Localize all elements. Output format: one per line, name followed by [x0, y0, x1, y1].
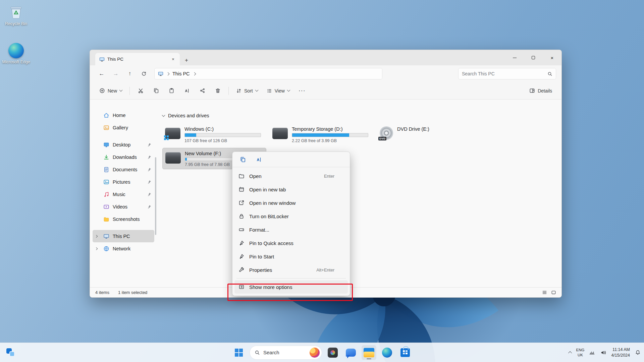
menu-item-open[interactable]: Open Enter [234, 169, 348, 183]
sidebar-item-downloads[interactable]: Downloads [93, 151, 154, 163]
sort-button[interactable]: Sort [233, 84, 261, 97]
widgets-button[interactable] [3, 345, 18, 360]
refresh-button[interactable] [138, 68, 150, 79]
breadcrumb-this-pc[interactable]: This PC [172, 71, 190, 76]
maximize-button[interactable] [524, 50, 543, 65]
list-view-toggle-icon[interactable] [542, 290, 547, 295]
tab-close-icon[interactable]: × [170, 56, 176, 63]
forward-button[interactable]: → [109, 68, 122, 79]
drive-name: Temporary Storage (D:) [292, 126, 368, 132]
menu-item-open-in-new-window[interactable]: Open in new window [234, 196, 348, 209]
notification-center-button[interactable] [634, 349, 641, 356]
desktop-icon-microsoft-edge[interactable]: Microsoft Edge [1, 43, 32, 64]
navigation-bar: ← → ↑ This PC [90, 65, 561, 82]
drive-info: 107 GB free of 126 GB [184, 138, 261, 143]
chevron-expand-icon[interactable] [95, 235, 98, 237]
new-tab-button[interactable]: + [181, 55, 192, 65]
up-button[interactable]: ↑ [123, 68, 136, 79]
sidebar-item-label: This PC [113, 234, 152, 239]
drive-tile-dvd-e[interactable]: DVD DVD Drive (E:) [377, 124, 481, 145]
section-devices-and-drives[interactable]: Devices and drives [162, 113, 556, 118]
menu-item-label: Open in new window [249, 200, 344, 206]
menu-item-format[interactable]: Format... [234, 223, 348, 236]
sidebar-item-desktop[interactable]: Desktop [93, 138, 154, 151]
sidebar-item-videos[interactable]: Videos [93, 200, 154, 213]
close-button[interactable]: × [543, 50, 561, 65]
sidebar-scrollbar[interactable] [155, 157, 156, 235]
rename-icon [184, 88, 190, 94]
paste-button[interactable] [165, 84, 178, 97]
copy-button[interactable] [149, 84, 163, 97]
tab-this-pc[interactable]: This PC × [95, 53, 180, 65]
new-button[interactable]: New [96, 84, 125, 97]
drive-tile-windows-c[interactable]: Windows (C:) 107 GB free of 126 GB [162, 124, 266, 145]
large-icons-toggle-icon[interactable] [551, 290, 556, 295]
taskbar-app-photos[interactable] [325, 345, 340, 360]
monitor-icon [158, 71, 163, 76]
sidebar-item-pictures[interactable]: Pictures [93, 176, 154, 188]
menu-item-turn-on-bitlocker[interactable]: Turn on BitLocker [234, 209, 348, 223]
taskbar-app-edge[interactable] [380, 345, 394, 360]
sidebar-item-this-pc[interactable]: This PC [93, 230, 154, 242]
share-icon [200, 88, 205, 94]
menu-item-show-more-options[interactable]: Show more options [234, 280, 348, 294]
delete-button[interactable] [211, 84, 224, 97]
minimize-button[interactable] [505, 50, 524, 65]
search-box[interactable] [458, 68, 556, 79]
selection-count: 1 item selected [118, 290, 147, 295]
desktop-icon-recycle-bin[interactable]: Recycle Bin [1, 4, 32, 26]
details-button[interactable]: Details [526, 84, 555, 97]
rename-icon [256, 157, 262, 163]
view-button[interactable]: View [263, 84, 293, 97]
sidebar-item-gallery[interactable]: Gallery [93, 121, 154, 134]
sidebar-item-label: Pictures [113, 179, 144, 185]
hard-drive-icon [165, 128, 180, 139]
more-options-button[interactable]: ··· [295, 87, 309, 94]
chevron-down-icon [287, 88, 290, 92]
toolbar-separator [228, 87, 229, 95]
videos-icon [103, 204, 109, 210]
copy-icon [153, 88, 159, 94]
search-highlights-icon[interactable] [310, 348, 320, 358]
search-input[interactable] [462, 71, 547, 76]
rename-button[interactable] [253, 154, 265, 165]
cut-button[interactable] [134, 84, 147, 97]
taskbar-search-label: Search [263, 350, 279, 355]
chevron-expand-icon[interactable] [95, 247, 98, 250]
network-tray-button[interactable] [588, 349, 596, 356]
rename-button[interactable] [180, 84, 194, 97]
clock[interactable]: 11:14 AM 4/15/2024 [611, 347, 630, 358]
drive-tile-temporary-storage-d[interactable]: Temporary Storage (D:) 2.22 GB free of 3… [270, 124, 374, 145]
sidebar-item-documents[interactable]: Documents [93, 163, 154, 176]
menu-item-pin-to-quick-access[interactable]: Pin to Quick access [234, 236, 348, 250]
sidebar-item-home[interactable]: Home [93, 109, 154, 121]
menu-item-pin-to-start[interactable]: Pin to Start [234, 250, 348, 263]
language-indicator[interactable]: ENG UK [576, 348, 584, 357]
sidebar-item-music[interactable]: Music [93, 188, 154, 200]
search-icon[interactable] [547, 71, 552, 76]
chevron-down-icon [162, 114, 165, 117]
menu-item-properties[interactable]: Properties Alt+Enter [234, 263, 348, 277]
share-button[interactable] [196, 84, 209, 97]
taskbar-search[interactable]: Search [250, 346, 322, 360]
taskbar-app-store[interactable] [398, 345, 413, 360]
breadcrumb-chevron-icon[interactable] [193, 72, 196, 75]
titlebar[interactable]: This PC × + × [90, 50, 561, 65]
sidebar: Home Gallery Desktop [90, 100, 157, 288]
copy-button[interactable] [237, 154, 249, 165]
sidebar-item-network[interactable]: Network [93, 242, 154, 255]
refresh-icon [141, 71, 147, 76]
address-bar[interactable]: This PC [154, 68, 382, 79]
sidebar-item-screenshots[interactable]: Screenshots [93, 213, 154, 225]
hard-drive-icon [165, 152, 181, 164]
back-button[interactable]: ← [95, 68, 108, 79]
taskbar-app-chat[interactable] [343, 345, 358, 360]
taskbar-app-file-explorer[interactable] [362, 345, 376, 360]
recycle-bin-icon [8, 4, 24, 20]
menu-item-open-in-new-tab[interactable]: Open in new tab [234, 183, 348, 196]
hidden-icons-chevron[interactable] [568, 351, 572, 355]
volume-tray-button[interactable] [600, 349, 607, 356]
pin-icon [147, 142, 152, 147]
start-button[interactable] [231, 345, 246, 360]
pin-icon [238, 253, 245, 259]
